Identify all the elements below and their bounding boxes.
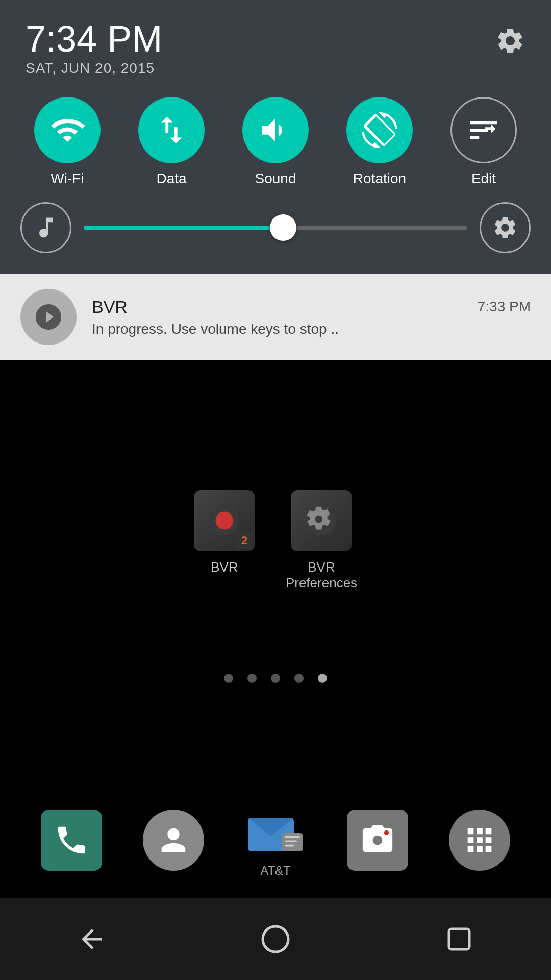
volume-slider[interactable] (84, 226, 467, 230)
wifi-toggle[interactable]: Wi-Fi (34, 97, 101, 187)
page-indicators (224, 674, 327, 683)
notification-header: BVR 7:33 PM (92, 297, 531, 317)
page-dot-2[interactable] (271, 674, 280, 683)
notification-time: 7:33 PM (478, 299, 531, 315)
slider-thumb[interactable] (270, 214, 296, 241)
svg-point-1 (215, 512, 233, 530)
bvr-icon-background: 2 (194, 490, 255, 551)
rotation-label: Rotation (353, 170, 406, 187)
recents-icon (444, 924, 474, 954)
svg-rect-7 (285, 840, 297, 842)
notification-body: In progress. Use volume keys to stop .. (92, 321, 531, 337)
svg-point-10 (263, 926, 288, 952)
settings-button[interactable] (480, 202, 531, 253)
bvr-app-icon[interactable]: 2 BVR (194, 490, 255, 575)
sound-icon (258, 112, 293, 148)
dock-camera[interactable] (347, 810, 408, 871)
slider-track (84, 226, 467, 230)
music-note-icon (33, 214, 59, 241)
rotation-icon (362, 112, 397, 148)
bvr-prefs-icon-background (291, 490, 352, 551)
bvr-prefs-gear-icon (304, 503, 339, 538)
quick-toggles-row: Wi-Fi Data Sound (0, 92, 551, 197)
quick-settings-panel: 7:34 PM SAT, JUN 20, 2015 Wi-Fi (0, 0, 551, 360)
bvr-badge: 2 (236, 532, 253, 549)
page-dot-1[interactable] (247, 674, 257, 683)
apps-grid-icon (462, 822, 497, 858)
dock-contacts[interactable] (143, 810, 204, 871)
bvr-notif-icon (33, 302, 64, 332)
svg-point-9 (384, 830, 389, 835)
wifi-icon (49, 112, 85, 148)
phone-icon-container[interactable] (41, 810, 102, 871)
notification-title: BVR (92, 297, 128, 317)
edit-toggle[interactable]: Edit (450, 97, 517, 187)
camera-icon-container[interactable] (347, 810, 408, 871)
data-toggle[interactable]: Data (138, 97, 205, 187)
bvr-prefs-app-label: BVRPreferences (286, 559, 357, 591)
data-toggle-circle[interactable] (138, 97, 205, 163)
wifi-label: Wi-Fi (51, 170, 84, 187)
bvr-app-label: BVR (211, 559, 238, 575)
back-icon (77, 924, 107, 954)
bvr-prefs-app-icon[interactable]: BVRPreferences (286, 490, 357, 591)
notification-content: BVR 7:33 PM In progress. Use volume keys… (92, 297, 531, 337)
settings-icon (492, 214, 518, 241)
sound-toggle-circle[interactable] (242, 97, 309, 163)
media-row (0, 197, 551, 258)
edit-icon (466, 112, 502, 148)
page-dot-3[interactable] (294, 674, 304, 683)
data-icon (154, 112, 189, 148)
messages-label: AT&T (260, 864, 291, 878)
home-icon (260, 924, 291, 954)
recents-button[interactable] (439, 919, 480, 960)
sound-label: Sound (255, 170, 296, 187)
time-block: 7:34 PM SAT, JUN 20, 2015 (26, 20, 162, 77)
rotation-toggle-circle[interactable] (346, 97, 413, 163)
top-bar: 7:34 PM SAT, JUN 20, 2015 (0, 0, 551, 92)
desktop-icons: 2 BVR BVRPreferences (194, 490, 357, 591)
media-music-button[interactable] (20, 202, 71, 253)
camera-icon (360, 822, 395, 858)
data-label: Data (156, 170, 186, 187)
edit-label: Edit (471, 170, 496, 187)
rotation-toggle[interactable]: Rotation (346, 97, 413, 187)
wifi-toggle-circle[interactable] (34, 97, 101, 163)
svg-rect-6 (285, 836, 300, 838)
svg-rect-11 (449, 929, 469, 949)
dock: AT&T (0, 792, 551, 888)
slider-fill (84, 226, 283, 230)
settings-gear-icon[interactable] (495, 26, 525, 63)
home-button[interactable] (255, 919, 296, 960)
apps-icon-container[interactable] (449, 810, 510, 871)
dock-phone[interactable] (41, 810, 102, 871)
time-display: 7:34 PM (26, 20, 162, 57)
contacts-icon-container[interactable] (143, 810, 204, 871)
page-dot-0[interactable] (224, 674, 233, 683)
phone-icon (54, 822, 89, 858)
svg-rect-8 (285, 845, 294, 847)
notification-app-icon (20, 289, 77, 345)
back-button[interactable] (71, 919, 112, 960)
sound-toggle[interactable]: Sound (242, 97, 309, 187)
navigation-bar (0, 898, 551, 980)
dock-messages[interactable]: AT&T (245, 802, 306, 878)
date-display: SAT, JUN 20, 2015 (26, 60, 162, 77)
messages-icon (245, 802, 306, 864)
page-dot-4[interactable] (318, 674, 327, 683)
quick-settings-background: 7:34 PM SAT, JUN 20, 2015 Wi-Fi (0, 0, 551, 274)
edit-toggle-circle[interactable] (450, 97, 517, 163)
dock-apps[interactable] (449, 810, 510, 871)
contacts-icon (156, 822, 191, 858)
messages-icon-container[interactable] (245, 802, 306, 864)
notification-card[interactable]: BVR 7:33 PM In progress. Use volume keys… (0, 274, 551, 360)
